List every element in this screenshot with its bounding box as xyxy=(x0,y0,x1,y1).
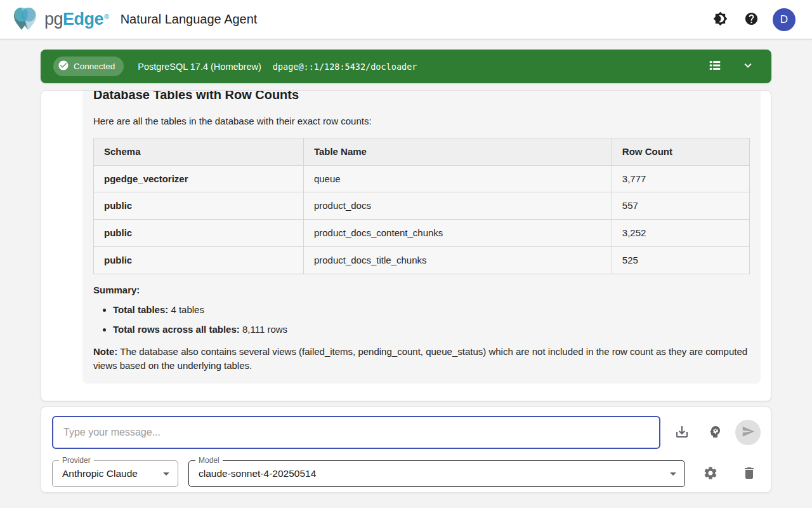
clear-chat-button[interactable] xyxy=(738,462,761,486)
check-circle-icon xyxy=(58,60,69,73)
server-version-label: PostgreSQL 17.4 (Homebrew) xyxy=(138,62,261,72)
pgedge-wordmark: pgEdge® xyxy=(44,10,109,29)
send-button[interactable] xyxy=(735,420,761,445)
cell-row-count: 3,252 xyxy=(612,220,749,247)
message-intro: Here are all the tables in the database … xyxy=(93,114,750,128)
list-item: Total rows across all tables: 8,111 rows xyxy=(113,323,750,337)
connection-string: dpage@::1/128:5432/docloader xyxy=(273,62,417,72)
note-text: The database also contains several views… xyxy=(93,346,747,371)
app-bar: pgEdge® Natural Language Agent D xyxy=(0,0,812,39)
connection-status-badge: Connected xyxy=(53,57,124,76)
cell-table-name: product_docs_title_chunks xyxy=(303,246,612,274)
bullet-label: Total tables: xyxy=(113,304,168,315)
page-title: Natural Language Agent xyxy=(121,12,258,27)
cell-table-name: product_docs xyxy=(303,192,612,220)
connection-bar: Connected PostgreSQL 17.4 (Homebrew) dpa… xyxy=(41,50,771,83)
list-icon xyxy=(708,58,722,74)
table-row: pgedge_vectorizer queue 3,777 xyxy=(94,165,750,192)
avatar-letter: D xyxy=(780,13,788,26)
composer-panel: Provider Anthropic Claude Model claude-s… xyxy=(41,406,771,493)
model-value: claude-sonnet-4-20250514 xyxy=(189,468,665,479)
bullet-label: Total rows across all tables: xyxy=(113,324,240,335)
settings-button[interactable] xyxy=(699,462,722,486)
cell-row-count: 525 xyxy=(612,246,749,274)
pgedge-logo-icon xyxy=(13,4,43,35)
download-icon xyxy=(674,424,690,441)
cell-schema: public xyxy=(94,220,304,247)
gear-icon xyxy=(703,465,718,483)
message-input[interactable] xyxy=(52,416,660,449)
chat-history-panel: Database Tables with Row Counts Here are… xyxy=(41,90,771,401)
cell-table-name: queue xyxy=(303,165,612,192)
assistant-message: Database Tables with Row Counts Here are… xyxy=(82,90,761,384)
list-item: Total tables: 4 tables xyxy=(113,303,750,317)
provider-value: Anthropic Claude xyxy=(53,468,159,479)
table-header-row: Schema Table Name Row Count xyxy=(94,138,750,165)
provider-select[interactable]: Provider Anthropic Claude xyxy=(52,460,178,487)
wordmark-pg: pg xyxy=(44,10,63,29)
connection-list-button[interactable] xyxy=(704,55,726,78)
wordmark-registered: ® xyxy=(104,13,109,20)
col-header-table-name: Table Name xyxy=(303,138,612,165)
summary-list: Total tables: 4 tables Total rows across… xyxy=(93,303,750,337)
col-header-row-count: Row Count xyxy=(612,138,749,165)
help-button[interactable] xyxy=(740,8,763,32)
cell-schema: public xyxy=(94,246,304,274)
table-row: public product_docs_content_chunks 3,252 xyxy=(94,220,750,247)
dropdown-caret-icon xyxy=(159,466,174,481)
user-avatar[interactable]: D xyxy=(773,8,796,31)
help-icon xyxy=(744,11,759,28)
dropdown-caret-icon xyxy=(665,466,681,481)
model-select[interactable]: Model claude-sonnet-4-20250514 xyxy=(188,460,685,487)
wordmark-edge: Edge xyxy=(63,10,103,29)
connection-expand-button[interactable] xyxy=(737,55,759,78)
chevron-down-icon xyxy=(741,58,755,74)
download-chat-button[interactable] xyxy=(671,420,693,445)
row-counts-table: Schema Table Name Row Count pgedge_vecto… xyxy=(93,138,750,274)
pgedge-logo: pgEdge® xyxy=(13,4,109,35)
trash-icon xyxy=(742,465,757,483)
cell-schema: public xyxy=(94,192,304,220)
message-heading: Database Tables with Row Counts xyxy=(93,90,750,104)
note-label: Note: xyxy=(93,346,117,357)
cell-row-count: 557 xyxy=(612,192,749,220)
theme-toggle-button[interactable] xyxy=(709,8,731,32)
table-row: public product_docs 557 xyxy=(94,192,750,220)
brightness-icon xyxy=(713,11,728,28)
message-note: Note: The database also contains several… xyxy=(93,345,750,373)
connection-status-label: Connected xyxy=(74,62,115,71)
psychology-icon xyxy=(707,424,723,441)
col-header-schema: Schema xyxy=(94,138,304,165)
bullet-value: 8,111 rows xyxy=(240,324,287,335)
provider-label: Provider xyxy=(59,456,94,465)
cell-schema: pgedge_vectorizer xyxy=(94,165,304,192)
summary-heading: Summary: xyxy=(93,283,750,297)
cell-table-name: product_docs_content_chunks xyxy=(303,220,612,247)
send-icon xyxy=(742,425,755,440)
cell-row-count: 3,777 xyxy=(612,165,749,192)
model-label: Model xyxy=(195,456,223,465)
table-row: public product_docs_title_chunks 525 xyxy=(94,246,750,274)
thinking-toggle-button[interactable] xyxy=(704,420,726,445)
bullet-value: 4 tables xyxy=(168,304,204,315)
